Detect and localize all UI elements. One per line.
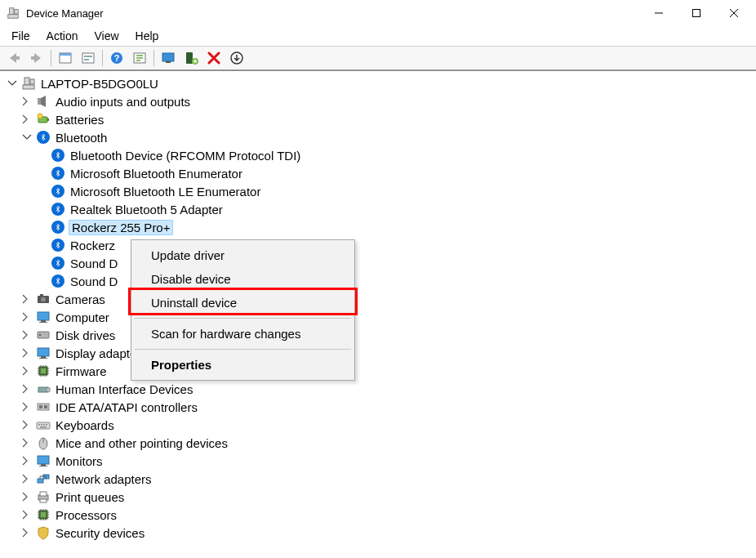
tree-device-bt-rfcomm[interactable]: Bluetooth Device (RFCOMM Protocol TDI) [7, 146, 756, 164]
svg-rect-54 [693, 10, 700, 17]
tree-category-disk[interactable]: Disk drives [7, 326, 756, 344]
ctx-scan-hardware[interactable]: Scan for hardware changes [133, 322, 353, 346]
tree-category-keyboards[interactable]: Keyboards [7, 416, 756, 434]
context-separator [135, 349, 351, 350]
tree-device-bt-le-enum[interactable]: Microsoft Bluetooth LE Enumerator [7, 182, 756, 200]
window-title: Device Manager [26, 7, 640, 20]
uninstall-button[interactable] [203, 48, 225, 68]
chevron-right-icon[interactable] [21, 491, 33, 502]
tree-device-bt-sound1[interactable]: Sound D [7, 254, 756, 272]
usb-icon [36, 382, 51, 396]
chevron-right-icon[interactable] [21, 365, 33, 377]
ctx-update-driver[interactable]: Update driver [133, 243, 353, 267]
printer-icon [36, 489, 51, 504]
node-label: Firmware [54, 364, 109, 378]
tree-category-mice[interactable]: Mice and other pointing devices [7, 434, 756, 452]
chevron-down-icon[interactable] [21, 132, 33, 143]
tree-category-bluetooth[interactable]: Bluetooth [7, 128, 756, 146]
close-button[interactable] [715, 0, 753, 26]
node-label: Print queues [54, 490, 126, 504]
bluetooth-icon [36, 130, 51, 145]
tree-category-display[interactable]: Display adapters [7, 344, 756, 362]
tree-category-firmware[interactable]: Firmware [7, 362, 756, 380]
node-label: Processors [54, 508, 118, 522]
window-controls [640, 0, 753, 26]
node-label: LAPTOP-B5DGO0LU [39, 77, 160, 91]
ctx-uninstall-device[interactable]: Uninstall device [133, 291, 353, 315]
menu-action[interactable]: Action [38, 28, 87, 44]
chevron-right-icon[interactable] [21, 473, 33, 484]
tree-category-security[interactable]: Security devices [7, 524, 756, 542]
menu-file[interactable]: File [3, 28, 38, 44]
titlebar: Device Manager [0, 0, 756, 26]
node-label: Cameras [54, 292, 107, 306]
keyboard-icon [36, 417, 51, 432]
tree-device-bt-rockerz-selected[interactable]: Rockerz 255 Pro+ [7, 218, 756, 236]
chevron-right-icon[interactable] [21, 419, 33, 431]
properties-button[interactable] [78, 48, 99, 68]
bluetooth-icon [51, 256, 65, 270]
computer-icon [21, 76, 36, 91]
context-separator [135, 318, 351, 319]
ctx-disable-device[interactable]: Disable device [133, 267, 353, 291]
forward-button[interactable] [26, 48, 47, 68]
chevron-right-icon[interactable] [21, 96, 33, 107]
node-label: Rockerz 255 Pro+ [69, 220, 173, 235]
chevron-right-icon[interactable] [21, 401, 33, 413]
help-button[interactable] [106, 48, 127, 68]
tree-category-audio[interactable]: Audio inputs and outputs [7, 92, 756, 110]
menu-view[interactable]: View [86, 28, 127, 44]
chevron-right-icon[interactable] [21, 329, 33, 341]
device-tree[interactable]: LAPTOP-B5DGO0LU Audio inputs and outputs… [0, 70, 756, 558]
tree-category-network[interactable]: Network adapters [7, 470, 756, 488]
chevron-right-icon[interactable] [21, 383, 33, 395]
tree-category-computer[interactable]: Computer [7, 308, 756, 326]
monitor-icon [36, 310, 51, 324]
chip-icon [36, 507, 51, 522]
minimize-button[interactable] [640, 0, 678, 26]
maximize-button[interactable] [678, 0, 715, 26]
enable-device-button[interactable] [180, 48, 202, 68]
chevron-right-icon[interactable] [21, 293, 33, 305]
chevron-right-icon[interactable] [21, 455, 33, 466]
chevron-right-icon[interactable] [21, 347, 33, 359]
update-driver-button[interactable] [158, 48, 179, 68]
tree-category-cameras[interactable]: Cameras [7, 290, 756, 308]
chevron-right-icon[interactable] [21, 114, 33, 125]
chevron-right-icon[interactable] [21, 527, 33, 538]
show-hide-console-button[interactable] [55, 48, 76, 68]
chevron-right-icon[interactable] [21, 311, 33, 323]
action-button[interactable] [129, 48, 150, 68]
tree-category-batteries[interactable]: Batteries [7, 110, 756, 128]
back-button[interactable] [3, 48, 24, 68]
node-label: Sound D [69, 275, 119, 288]
tree-device-bt-rockerz2[interactable]: Rockerz [7, 236, 756, 254]
tree-category-monitors[interactable]: Monitors [7, 452, 756, 470]
toolbar-separator [102, 50, 103, 66]
tree-device-bt-enum[interactable]: Microsoft Bluetooth Enumerator [7, 164, 756, 182]
bluetooth-icon [51, 148, 65, 163]
toolbar [0, 46, 756, 70]
chevron-right-icon[interactable] [21, 509, 33, 520]
scan-hardware-button[interactable] [226, 48, 247, 68]
node-label: Bluetooth [54, 131, 109, 145]
bluetooth-icon [51, 238, 65, 252]
bluetooth-icon [51, 166, 65, 181]
tree-category-print[interactable]: Print queues [7, 488, 756, 506]
tree-device-bt-realtek[interactable]: Realtek Bluetooth 5 Adapter [7, 200, 756, 218]
menu-help[interactable]: Help [127, 28, 167, 44]
tree-category-ide[interactable]: IDE ATA/ATAPI controllers [7, 398, 756, 416]
ctx-properties[interactable]: Properties [133, 353, 353, 377]
node-label: Disk drives [54, 328, 117, 342]
tree-category-processors[interactable]: Processors [7, 506, 756, 524]
node-label: Audio inputs and outputs [54, 95, 192, 109]
chevron-down-icon[interactable] [7, 78, 18, 89]
battery-icon [36, 112, 51, 127]
tree-device-bt-sound2[interactable]: Sound D [7, 272, 756, 290]
network-icon [36, 471, 51, 486]
chevron-right-icon[interactable] [21, 437, 33, 449]
node-label: Realtek Bluetooth 5 Adapter [69, 203, 225, 217]
tree-root[interactable]: LAPTOP-B5DGO0LU [7, 74, 756, 92]
tree-category-hid[interactable]: Human Interface Devices [7, 380, 756, 398]
node-label: IDE ATA/ATAPI controllers [54, 400, 199, 414]
